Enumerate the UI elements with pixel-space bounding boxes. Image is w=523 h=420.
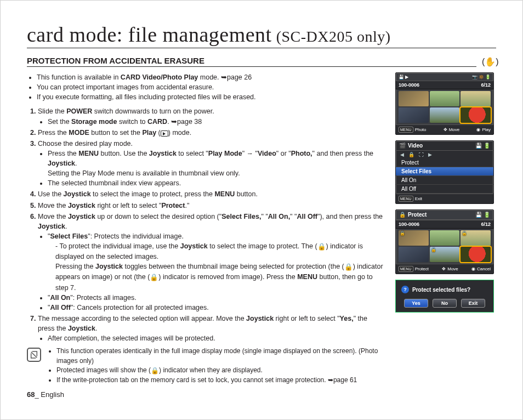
steps-list: Slide the POWER switch downwards to turn…	[27, 106, 385, 343]
lcd1-index: 100-0006	[399, 82, 419, 88]
dialog-question: Protect selected files?	[412, 287, 470, 293]
intro-list: This function is available in CARD Video…	[27, 72, 385, 102]
lcd3-move: Move	[447, 266, 458, 271]
page-number: 68	[27, 390, 35, 399]
lcd2-title: Video	[408, 143, 423, 149]
step-2: Press the MODE button to set the Play ()…	[38, 128, 385, 138]
content-right: 💾 ▶📷 🔅 🔋 100-00066/12 MENUPhoto ✥ Move ◉…	[395, 72, 496, 400]
step-3: Choose the desired play mode. Press the …	[38, 139, 385, 189]
step-7: The message according to the selected op…	[38, 314, 385, 343]
dialog-exit-button[interactable]: Exit	[461, 299, 485, 308]
menu-item-all-off: All Off	[396, 185, 493, 194]
step-1: Slide the POWER switch downwards to turn…	[38, 106, 385, 126]
lock-icon: 🔒	[399, 212, 406, 218]
lcd-protect-view: 🔒Protect💾 🔋 100-00066/12 🔒 🔒 🔒 MENUProte…	[395, 209, 494, 274]
lcd3-protect: Protect	[415, 266, 429, 271]
title-sub: (SC-DX205 only)	[276, 28, 391, 46]
thumb: 🔒	[430, 247, 460, 262]
note-icon	[27, 348, 41, 362]
step-6a1: To protect the individual image, use the…	[55, 241, 385, 293]
lcd-protect-menu: 🎬Video💾 🔋 ◀🔒⛶▶ Protect Select Files All …	[395, 140, 494, 204]
lcd2-exit: Exit	[415, 196, 422, 201]
menu-item-select-files: Select Files	[396, 167, 493, 176]
dialog-no-button[interactable]: No	[433, 299, 457, 308]
thumb	[399, 91, 429, 106]
menu-item-all-on: All On	[396, 176, 493, 185]
video-icon: 🎬	[399, 143, 406, 149]
page-title: card mode: file management (SC-DX205 onl…	[27, 22, 496, 48]
step-3a: Press the MENU button. Use the Joystick …	[48, 149, 385, 178]
lcd3-index: 100-0006	[399, 222, 419, 227]
lcd1-play: Play	[482, 127, 491, 132]
step-6a: "Select Files": Protects the individual …	[48, 231, 385, 293]
lock-icon: 🔒	[317, 242, 326, 252]
section-heading: PROTECTION FROM ACCIDENTAL ERASURE	[27, 56, 476, 67]
confirm-dialog: ?Protect selected files? Yes No Exit	[395, 280, 494, 313]
lock-icon: 🔒	[400, 231, 405, 236]
thumb: 🔒	[399, 230, 429, 246]
step-5: Move the Joystick right or left to selec…	[38, 201, 385, 211]
lcd1-count: 6/12	[481, 82, 491, 88]
lcd-thumbnail-view: 💾 ▶📷 🔅 🔋 100-00066/12 MENUPhoto ✥ Move ◉…	[395, 72, 494, 135]
intro-item: You can protect important images from ac…	[37, 82, 385, 92]
step-3b: The selected thumbnail index view appear…	[48, 178, 385, 188]
lock-icon: 🔒	[150, 273, 158, 282]
lock-icon: 🔒	[151, 366, 159, 376]
lcd1-photo: Photo	[415, 127, 427, 132]
thumb	[430, 230, 460, 246]
lcd3-cancel: Cancel	[477, 266, 491, 271]
note-box: This function operates identically in th…	[27, 347, 385, 385]
thumb	[399, 247, 429, 262]
note-item: This function operates identically in th…	[56, 347, 385, 366]
step-1a: Set the Storage mode switch to CARD. ➥pa…	[48, 117, 385, 127]
question-icon: ?	[401, 286, 409, 293]
section-header: PROTECTION FROM ACCIDENTAL ERASURE (✋)	[27, 56, 496, 67]
step-6b: "All On": Protects all images.	[48, 293, 385, 303]
lock-icon: 🔒	[431, 247, 436, 252]
dialog-yes-button[interactable]: Yes	[404, 299, 428, 308]
page-footer: 68_ English	[27, 390, 385, 400]
lock-icon: 🔒	[344, 262, 353, 272]
thumb: 🔒	[461, 230, 491, 246]
note-item: Protected images will show the (🔒) indic…	[56, 366, 385, 376]
intro-item: This function is available in CARD Video…	[37, 72, 385, 82]
lock-icon: 🔒	[462, 231, 467, 236]
menu-item-protect: Protect	[396, 158, 493, 167]
thumb	[461, 91, 491, 106]
footer-lang: English	[41, 390, 64, 399]
content-left: This function is available in CARD Video…	[27, 72, 385, 400]
thumb	[399, 107, 429, 123]
thumb-selected	[461, 247, 491, 262]
lock-icon: 🔒	[408, 152, 414, 157]
step-7a: After completion, the selected images wi…	[48, 333, 385, 343]
step-4: Use the Joystick to select the image to …	[38, 189, 385, 199]
play-icon	[161, 130, 168, 137]
step-6c: "All Off": Cancels protection for all pr…	[48, 303, 385, 313]
title-main: card mode: file management	[27, 22, 272, 47]
lcd1-move: Move	[449, 127, 460, 132]
hand-icon: (✋)	[482, 56, 496, 66]
step-6: Move the Joystick up or down to select t…	[38, 212, 385, 313]
intro-item: If you execute formatting, all files inc…	[37, 92, 385, 102]
lcd3-count: 6/12	[481, 222, 491, 227]
thumb	[430, 107, 460, 123]
note-item: If the write-protection tab on the memor…	[56, 376, 385, 385]
thumb	[430, 91, 460, 106]
thumb-selected	[461, 107, 491, 123]
lcd3-title: Protect	[408, 212, 427, 218]
